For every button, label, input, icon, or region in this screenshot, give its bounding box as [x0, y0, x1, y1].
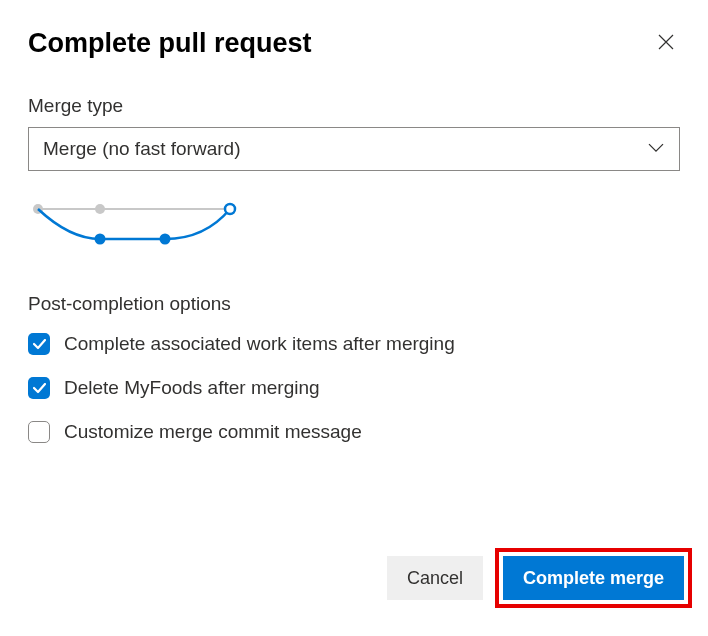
checkbox-delete-branch[interactable] [28, 377, 50, 399]
svg-point-2 [95, 204, 105, 214]
highlight-annotation: Complete merge [495, 548, 692, 608]
option-label: Complete associated work items after mer… [64, 333, 455, 355]
post-options-label: Post-completion options [28, 293, 680, 315]
close-button[interactable] [652, 28, 680, 59]
cancel-button[interactable]: Cancel [387, 556, 483, 600]
svg-point-4 [160, 234, 171, 245]
svg-point-5 [225, 204, 235, 214]
checkmark-icon [33, 339, 46, 350]
close-icon [658, 34, 674, 54]
merge-type-label: Merge type [28, 95, 680, 117]
option-label: Delete MyFoods after merging [64, 377, 320, 399]
option-delete-branch: Delete MyFoods after merging [28, 377, 680, 399]
dialog-title: Complete pull request [28, 28, 312, 59]
merge-type-select[interactable]: Merge (no fast forward) [28, 127, 680, 171]
merge-diagram [28, 199, 680, 253]
checkmark-icon [33, 383, 46, 394]
option-customize-message: Customize merge commit message [28, 421, 680, 443]
svg-point-3 [95, 234, 106, 245]
dialog-footer: Cancel Complete merge [387, 548, 692, 608]
checkbox-complete-work-items[interactable] [28, 333, 50, 355]
option-label: Customize merge commit message [64, 421, 362, 443]
complete-merge-button[interactable]: Complete merge [503, 556, 684, 600]
checkbox-customize-message[interactable] [28, 421, 50, 443]
option-complete-work-items: Complete associated work items after mer… [28, 333, 680, 355]
